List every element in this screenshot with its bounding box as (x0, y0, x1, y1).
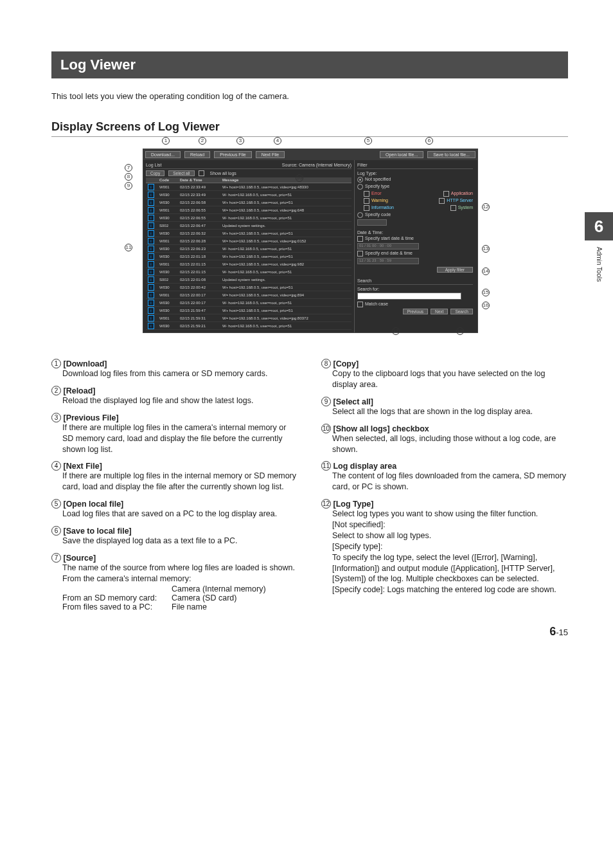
desc-title-11: Log display area (333, 462, 396, 471)
log-table: Code Date & Time Message iW00102/15 22:3… (146, 177, 351, 330)
desc-title-8: [Copy] (333, 359, 359, 368)
desc-row-7-1v: Camera (SD card) (172, 593, 298, 602)
info-icon: i (148, 253, 154, 260)
table-row[interactable]: iW03002/15 22:01:15W- host=192.168.0.5, … (146, 268, 351, 276)
information-checkbox[interactable] (364, 205, 369, 211)
table-row[interactable]: iW03002/15 22:00:17W- host=192.168.0.5, … (146, 299, 351, 307)
table-row[interactable]: iS00202/15 22:01:08Updated system settin… (146, 276, 351, 284)
screenshot-figure: 1 2 3 4 5 6 7 8 9 11 12 13 14 15 16 17 1… (136, 149, 483, 333)
info-icon: i (148, 199, 154, 206)
table-row[interactable]: iW00102/15 22:01:15W= host=192.168.0.5, … (146, 260, 351, 268)
table-row[interactable]: iW03002/15 21:59:47W+ host=192.168.0.5, … (146, 307, 351, 314)
error-checkbox[interactable] (364, 191, 369, 197)
desc-num-7: 7 (51, 553, 61, 563)
desc-body-5: Load log files that are saved on a PC to… (62, 509, 298, 520)
desc-body-12-5: [Specify code]: Logs matching the entere… (332, 584, 568, 595)
reload-button[interactable]: Reload (184, 151, 210, 158)
loglist-title: Log List (146, 163, 162, 167)
table-row[interactable]: iW03002/15 22:00:42W+ host=192.168.0.5, … (146, 284, 351, 291)
col-message: Message (220, 177, 351, 183)
info-icon: i (148, 292, 154, 298)
open-local-file-button[interactable]: Open local file... (380, 151, 423, 158)
page-footer: 6-15 (549, 625, 568, 638)
desc-body-6: Save the displayed log data as a text fi… (62, 536, 298, 547)
search-previous-button[interactable]: Previous (403, 309, 428, 314)
table-row[interactable]: iW03002/15 22:33:49W- host=192.168.0.5, … (146, 191, 351, 199)
select-all-button[interactable]: Select all (168, 170, 194, 176)
radio-specify-type[interactable] (357, 184, 363, 190)
col-code: Code (157, 177, 178, 183)
previous-file-button[interactable]: Previous File (214, 151, 251, 158)
end-datetime-input[interactable]: 12 / 31 23 : 59 : 59 (357, 258, 419, 264)
desc-num-1: 1 (51, 359, 61, 368)
callout-1: 1 (162, 137, 170, 145)
apply-filter-button[interactable]: Apply filter (437, 267, 473, 273)
table-row[interactable]: iS00202/15 22:06:47Updated system settin… (146, 222, 351, 230)
start-datetime-input[interactable]: 01 / 01 00 : 00 : 00 (357, 243, 419, 249)
footer-chapter: 6 (549, 625, 556, 638)
table-row[interactable]: iW00102/15 22:06:28W= host=192.168.0.5, … (146, 237, 351, 245)
desc-num-10: 10 (321, 424, 331, 433)
show-all-logs-label: Show all logs (210, 171, 236, 176)
section-heading: Display Screens of Log Viewer (51, 120, 568, 137)
info-icon: i (148, 192, 154, 198)
callout-16: 16 (482, 302, 490, 309)
search-input[interactable] (357, 293, 461, 300)
specify-code-label: Specify code (365, 212, 391, 217)
next-file-button[interactable]: Next File (256, 151, 285, 158)
desc-num-5: 5 (51, 499, 61, 509)
desc-row-7-0v: Camera (Internal memory) (172, 584, 298, 593)
info-icon: i (148, 222, 154, 229)
httpserver-checkbox[interactable] (439, 198, 445, 204)
callout-2: 2 (199, 137, 206, 145)
warning-checkbox[interactable] (364, 198, 369, 204)
desc-body-3: If there are multiple log files in the c… (62, 422, 298, 455)
copy-button[interactable]: Copy (146, 170, 164, 176)
table-row[interactable]: iW00102/15 21:59:31W= host=192.168.0.5, … (146, 314, 351, 322)
info-icon: i (148, 215, 154, 221)
search-next-button[interactable]: Next (431, 309, 448, 314)
match-case-checkbox[interactable] (357, 302, 363, 307)
download-button[interactable]: Download... (145, 151, 181, 158)
desc-row-7-1k: From an SD memory card: (62, 593, 172, 602)
show-all-logs-checkbox[interactable] (199, 170, 204, 176)
desc-title-1: [Download] (63, 359, 107, 368)
table-row[interactable]: iW03002/15 22:06:23W- host=192.168.0.5, … (146, 245, 351, 253)
callout-14: 14 (482, 267, 490, 275)
info-icon: i (148, 207, 154, 213)
table-row[interactable]: iW03002/15 22:06:32W+ host=192.168.0.5, … (146, 230, 351, 237)
table-row[interactable]: iW03002/15 22:06:55W- host=192.168.0.5, … (146, 214, 351, 222)
table-row[interactable]: iW03002/15 21:59:21W- host=192.168.0.5, … (146, 322, 351, 330)
radio-not-specified[interactable] (357, 177, 363, 183)
desc-num-2: 2 (51, 386, 61, 395)
desc-title-3: [Previous File] (63, 413, 118, 422)
desc-body-10: When selected, all logs, including those… (332, 433, 568, 455)
start-datetime-checkbox[interactable] (357, 236, 363, 242)
callout-12: 12 (482, 203, 490, 211)
save-to-local-file-button[interactable]: Save to local file... (427, 151, 475, 158)
desc-body-7a: The name of the source from where log fi… (62, 563, 298, 574)
match-case-label: Match case (365, 302, 388, 306)
application-checkbox[interactable] (443, 191, 449, 197)
desc-title-6: [Save to local file] (63, 527, 131, 536)
table-row[interactable]: iW03002/15 22:06:58W+ host=192.168.0.5, … (146, 199, 351, 206)
specify-code-input[interactable] (357, 219, 387, 226)
info-icon: i (148, 238, 154, 244)
table-row[interactable]: iW00102/15 22:33:49W+ host=192.168.0.5, … (146, 183, 351, 191)
desc-title-5: [Open local file] (63, 500, 123, 509)
end-datetime-checkbox[interactable] (357, 251, 363, 257)
log-type-label: Log Type: (357, 170, 473, 176)
table-row[interactable]: iW03002/15 22:01:18W+ host=192.168.0.5, … (146, 253, 351, 260)
search-button[interactable]: Search (450, 309, 473, 314)
desc-title-9: [Select all] (333, 397, 373, 406)
table-row[interactable]: iW00102/15 22:00:17W= host=192.168.0.5, … (146, 291, 351, 299)
system-checkbox[interactable] (450, 205, 456, 211)
table-row[interactable]: iW00102/15 22:06:55W= host=192.168.0.5, … (146, 206, 351, 214)
radio-specify-code[interactable] (357, 212, 363, 218)
info-icon: i (148, 284, 154, 291)
search-title: Search (357, 278, 473, 285)
desc-title-4: [Next File] (63, 462, 102, 471)
not-specified-label: Not specified (365, 177, 391, 181)
info-icon: i (148, 269, 154, 275)
desc-num-9: 9 (321, 397, 331, 406)
